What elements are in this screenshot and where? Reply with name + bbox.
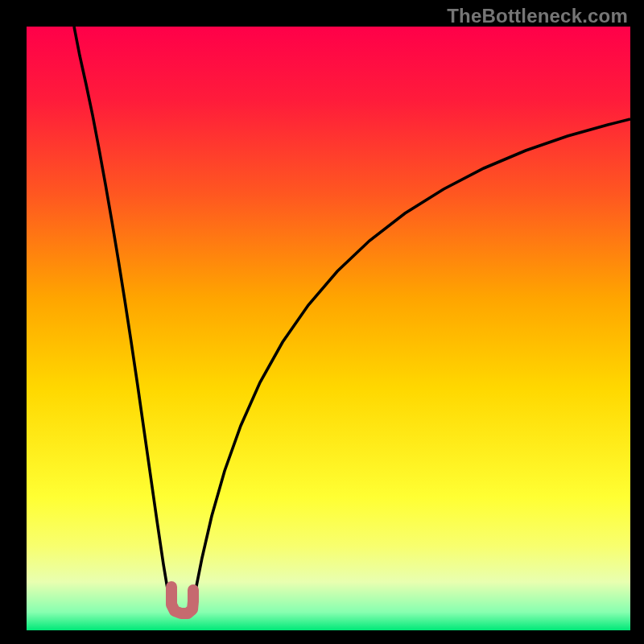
chart-frame — [27, 27, 630, 630]
watermark-text: TheBottleneck.com — [447, 5, 628, 27]
chart-background — [27, 27, 630, 630]
bottleneck-chart — [27, 27, 630, 630]
